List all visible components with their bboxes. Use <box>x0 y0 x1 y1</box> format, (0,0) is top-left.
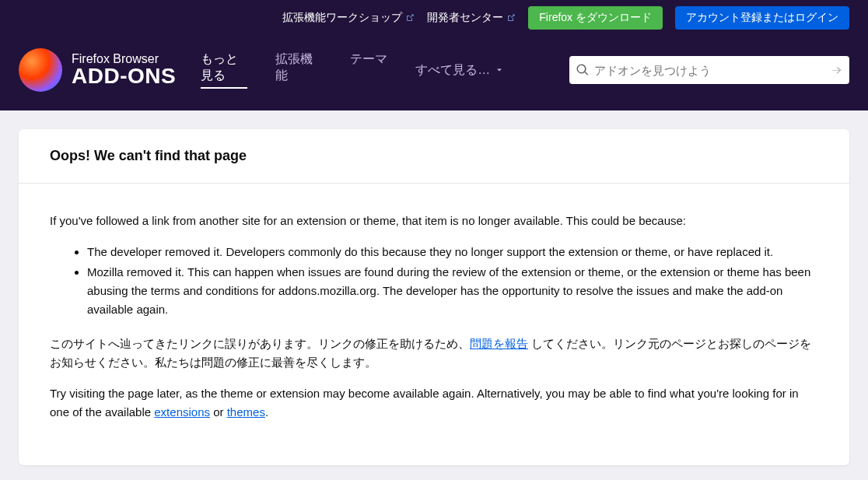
reason-mozilla-removed: Mozilla removed it. This can happen when… <box>87 263 818 319</box>
firefox-logo-icon <box>19 48 62 92</box>
error-card: Oops! We can't find that page If you've … <box>19 129 849 465</box>
nav-themes[interactable]: テーマ <box>350 51 387 89</box>
arrow-right-icon[interactable] <box>829 63 843 77</box>
addons-logo-link[interactable]: Firefox Browser ADD-ONS <box>19 48 176 92</box>
reason-developer-removed: The developer removed it. Developers com… <box>87 243 818 261</box>
page-title: Oops! We can't find that page <box>50 148 818 164</box>
error-intro: If you've followed a link from another s… <box>50 212 818 230</box>
developer-center-label: 開発者センター <box>427 11 503 25</box>
nav-see-all-label: すべて見る… <box>415 62 490 79</box>
search-icon <box>576 63 590 77</box>
logo-line2: ADD-ONS <box>72 65 176 87</box>
extension-workshop-link[interactable]: 拡張機能ワークショップ <box>282 11 415 25</box>
logo-text: Firefox Browser ADD-ONS <box>72 53 176 87</box>
report-paragraph: このサイトへ辿ってきたリンクに誤りがあります。リンクの修正を助けるため、問題を報… <box>50 335 818 372</box>
download-firefox-button[interactable]: Firefox をダウンロード <box>528 6 663 30</box>
login-register-button[interactable]: アカウント登録またはログイン <box>675 6 849 30</box>
developer-center-link[interactable]: 開発者センター <box>427 11 516 25</box>
report-issue-link[interactable]: 問題を報告 <box>470 337 528 350</box>
chevron-down-icon <box>495 65 504 75</box>
nav-extensions[interactable]: 拡張機能 <box>275 51 322 89</box>
themes-link[interactable]: themes <box>227 405 265 419</box>
search-input[interactable] <box>590 64 829 77</box>
extension-workshop-label: 拡張機能ワークショップ <box>282 11 402 25</box>
external-link-icon <box>506 13 516 23</box>
search-box[interactable] <box>569 56 849 84</box>
extensions-link[interactable]: extensions <box>154 405 210 419</box>
nav-see-all[interactable]: すべて見る… <box>415 51 504 89</box>
external-link-icon <box>405 13 415 23</box>
nav-more[interactable]: もっと見る <box>201 51 247 89</box>
try-later-paragraph: Try visiting the page later, as the them… <box>50 384 818 422</box>
